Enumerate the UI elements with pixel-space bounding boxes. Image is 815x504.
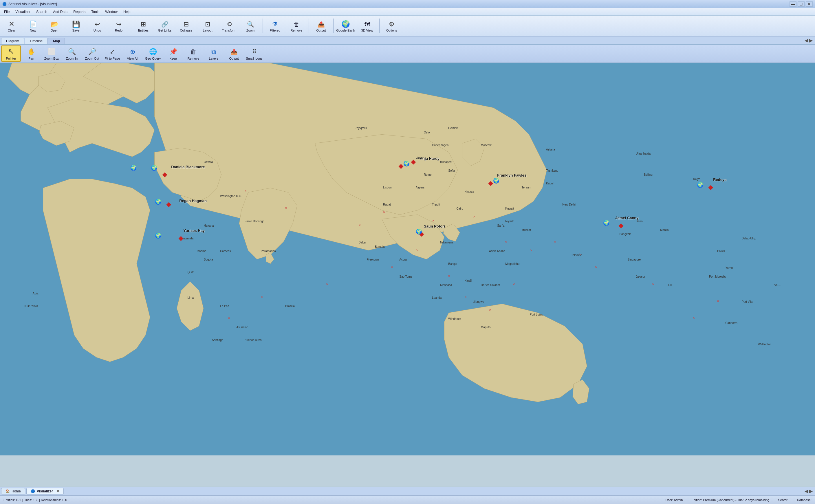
filtered-button[interactable]: Filtered xyxy=(265,17,285,35)
close-button[interactable]: ✕ xyxy=(806,1,813,7)
new-button[interactable]: New xyxy=(23,17,43,35)
pointer-button[interactable]: Pointer xyxy=(1,45,21,62)
save-label: Save xyxy=(72,29,79,32)
menu-adddata[interactable]: Add Data xyxy=(50,8,70,15)
new-icon xyxy=(29,20,37,28)
undo-label: Undo xyxy=(94,29,101,32)
viewall-icon xyxy=(130,47,135,56)
zoomout-icon xyxy=(88,47,96,56)
menu-tools[interactable]: Tools xyxy=(88,8,102,15)
smallicons-button[interactable]: Small Icons xyxy=(244,45,264,62)
options-button[interactable]: Options xyxy=(381,17,402,35)
tab-diagram[interactable]: Diagram xyxy=(1,38,24,44)
save-button[interactable]: Save xyxy=(65,17,86,35)
mapoutput-label: Output xyxy=(229,57,239,60)
maximize-button[interactable]: □ xyxy=(798,1,805,7)
globe-daniela1[interactable]: 🌍 xyxy=(130,165,137,171)
dot-17 xyxy=(652,283,654,285)
menu-window[interactable]: Window xyxy=(102,8,120,15)
keep-button[interactable]: Keep xyxy=(163,45,183,62)
geoquery-button[interactable]: Geo-Query xyxy=(143,45,163,62)
bottom-tabbar: 🏠 Home 🔵 Visualizer ✕ ◀ ▶ xyxy=(0,487,815,495)
layers-button[interactable]: Layers xyxy=(204,45,224,62)
mapoutput-button[interactable]: Output xyxy=(224,45,244,62)
home-label: Home xyxy=(12,489,21,493)
mapremove-button[interactable]: Remove xyxy=(184,45,203,62)
remove-button[interactable]: Remove xyxy=(286,17,307,35)
googleearth-button[interactable]: Google Earth xyxy=(335,17,356,35)
zoomin-button[interactable]: Zoom In xyxy=(62,45,82,62)
redo-icon xyxy=(116,20,121,28)
globe-regan[interactable]: 🌍 xyxy=(155,199,161,205)
fitpage-label: Fit to Page xyxy=(105,57,120,60)
pan-button[interactable]: Pan xyxy=(21,45,41,62)
globe-saun[interactable]: 🌍 xyxy=(416,228,422,235)
zoombox-button[interactable]: Zoom Box xyxy=(42,45,61,62)
zoom-icon xyxy=(247,20,254,28)
output-icon xyxy=(318,20,325,28)
3dview-button[interactable]: 3D View xyxy=(357,17,378,35)
layout-label: Layout xyxy=(203,29,212,32)
viewall-button[interactable]: View All xyxy=(123,45,142,62)
output-button[interactable]: Output xyxy=(311,17,332,35)
tab-collapse-button[interactable]: ◀ ▶ xyxy=(803,36,814,44)
svg-rect-1 xyxy=(0,455,815,487)
dot-23 xyxy=(693,317,695,319)
zoom-button[interactable]: Zoom xyxy=(240,17,261,35)
clear-button[interactable]: Clear xyxy=(1,17,22,35)
bottom-tab-home[interactable]: 🏠 Home xyxy=(1,488,25,494)
smallicons-label: Small Icons xyxy=(246,57,263,60)
globe-jamel[interactable]: 🌍 xyxy=(603,220,609,226)
smallicons-icon xyxy=(252,47,257,56)
remove-label: Remove xyxy=(291,29,303,32)
bottom-tab-visualizer[interactable]: 🔵 Visualizer ✕ xyxy=(26,488,64,494)
new-label: New xyxy=(30,29,36,32)
visualizer-label: Visualizer xyxy=(37,489,53,493)
menu-file[interactable]: File xyxy=(1,8,12,15)
menu-visualizer[interactable]: Visualizer xyxy=(12,8,33,15)
globe-yurises[interactable]: 🌍 xyxy=(155,232,161,239)
entities-label: Entities xyxy=(138,29,149,32)
redo-button[interactable]: Redo xyxy=(108,17,129,35)
menu-search[interactable]: Search xyxy=(33,8,50,15)
open-button[interactable]: Open xyxy=(44,17,65,35)
transform-button[interactable]: Transform xyxy=(219,17,239,35)
home-icon: 🏠 xyxy=(6,489,10,493)
layout-button[interactable]: Layout xyxy=(197,17,218,35)
tab-map[interactable]: Map xyxy=(48,38,65,44)
tab-timeline[interactable]: Timeline xyxy=(25,38,47,44)
globe-anja[interactable]: 🌍 xyxy=(403,160,410,167)
layers-icon xyxy=(211,47,216,56)
status-server: Server: xyxy=(778,498,788,502)
map-toolbar: Pointer Pan Zoom Box Zoom In Zoom Out Fi… xyxy=(0,45,815,63)
title-controls[interactable]: — □ ✕ xyxy=(790,1,813,7)
menu-help[interactable]: Help xyxy=(120,8,133,15)
visualizer-close[interactable]: ✕ xyxy=(56,489,59,493)
map-container[interactable]: Reykjavik Oslo Helsinki Copenhagen Mosco… xyxy=(0,63,815,487)
bottom-collapse-button[interactable]: ◀ ▶ xyxy=(803,487,814,495)
pan-label: Pan xyxy=(28,57,34,60)
zoombox-icon xyxy=(48,47,56,56)
fitpage-button[interactable]: Fit to Page xyxy=(102,45,122,62)
collapse-button[interactable]: Collapse xyxy=(176,17,197,35)
globe-daniela2[interactable]: 🌍 xyxy=(151,165,157,171)
sep3 xyxy=(309,19,309,33)
sep5 xyxy=(379,19,380,33)
getlinks-button[interactable]: Get Links xyxy=(154,17,175,35)
mapremove-label: Remove xyxy=(188,57,199,60)
entities-button[interactable]: Entities xyxy=(133,17,154,35)
3dview-label: 3D View xyxy=(361,29,373,32)
googleearth-label: Google Earth xyxy=(336,29,355,32)
zoomout-button[interactable]: Zoom Out xyxy=(82,45,102,62)
title-left: 🔵 Sentinel Visualizer - [Visualizer] xyxy=(2,2,57,6)
menu-reports[interactable]: Reports xyxy=(70,8,88,15)
status-user: User: Admin xyxy=(665,498,683,502)
minimize-button[interactable]: — xyxy=(790,1,796,7)
undo-button[interactable]: Undo xyxy=(87,17,108,35)
clear-label: Clear xyxy=(8,29,15,32)
globe-redeye[interactable]: 🌍 xyxy=(697,182,703,188)
filtered-icon xyxy=(272,20,278,28)
app-title: Sentinel Visualizer - [Visualizer] xyxy=(8,2,57,6)
globe-franklyn[interactable]: 🌍 xyxy=(493,177,499,184)
dot-3 xyxy=(359,224,360,226)
